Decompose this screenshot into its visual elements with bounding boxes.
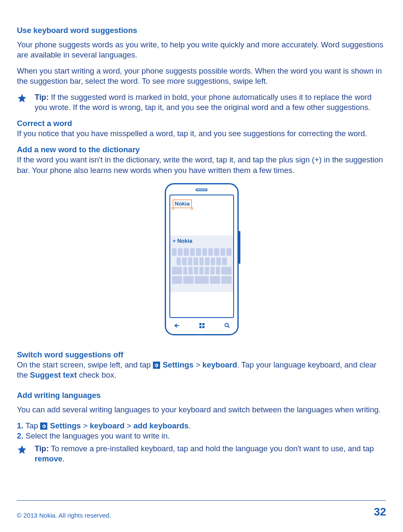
- svg-point-0: [225, 323, 228, 326]
- tip-label: Tip:: [35, 444, 49, 453]
- plus-icon: +: [173, 238, 177, 244]
- heading-add-writing-languages: Add writing languages: [17, 390, 386, 400]
- paragraph: Your phone suggests words as you write, …: [17, 40, 386, 60]
- heading-use-keyboard-suggestions: Use keyboard word suggestions: [17, 25, 386, 36]
- step-2: 2. Select the languages you want to writ…: [17, 431, 386, 441]
- star-icon: [17, 92, 35, 112]
- suggestion-word: Nokia: [177, 238, 192, 244]
- tip-body-text: If the suggested word is marked in bold,…: [35, 93, 372, 112]
- tip-label: Tip:: [35, 93, 49, 101]
- add-keyboards-label: add keyboards: [133, 421, 189, 430]
- tip-text: Tip: If the suggested word is marked in …: [35, 92, 386, 112]
- paragraph: When you start writing a word, your phon…: [17, 66, 386, 86]
- settings-label: Settings: [50, 421, 81, 430]
- windows-icon: [199, 323, 204, 328]
- step-number: 2.: [17, 431, 23, 440]
- step-number: 1.: [17, 421, 23, 430]
- phone-screen: Nokia + Nokia: [169, 195, 234, 318]
- remove-label: remove: [35, 454, 63, 463]
- suggestion-bar: + Nokia: [170, 236, 233, 247]
- tip-block: Tip: If the suggested word is marked in …: [17, 92, 386, 112]
- suggest-text-label: Suggest text: [30, 370, 77, 379]
- heading-add-word-dictionary: Add a new word to the dictionary: [17, 145, 386, 155]
- paragraph: You can add several writing languages to…: [17, 405, 386, 415]
- page-number: 32: [374, 505, 386, 519]
- heading-correct-a-word: Correct a word: [17, 118, 386, 129]
- paragraph: If the word you want isn't in the dictio…: [17, 155, 386, 175]
- paragraph: If you notice that you have misspelled a…: [17, 129, 386, 139]
- keyboard-illustration: [170, 247, 233, 292]
- settings-icon: [153, 362, 160, 369]
- typed-word-selection: Nokia: [173, 200, 192, 208]
- copyright-text: © 2013 Nokia. All rights reserved.: [17, 511, 111, 520]
- tip-text: Tip: To remove a pre-installed keyboard,…: [35, 444, 386, 464]
- page-footer: © 2013 Nokia. All rights reserved. 32: [17, 500, 386, 519]
- tip-block: Tip: To remove a pre-installed keyboard,…: [17, 444, 386, 464]
- search-icon: [224, 321, 230, 331]
- back-icon: [174, 321, 180, 331]
- settings-label: Settings: [163, 360, 193, 369]
- step-1: 1. Tap Settings > keyboard > add keyboar…: [17, 421, 386, 431]
- heading-switch-suggestions-off: Switch word suggestions off: [17, 350, 386, 360]
- paragraph: On the start screen, swipe left, and tap…: [17, 360, 386, 380]
- star-icon: [17, 444, 35, 464]
- keyboard-label: keyboard: [202, 360, 237, 369]
- earpiece-icon: [196, 189, 207, 191]
- phone-illustration: Nokia + Nokia: [165, 183, 239, 335]
- settings-icon: [40, 422, 47, 430]
- keyboard-label: keyboard: [90, 421, 124, 430]
